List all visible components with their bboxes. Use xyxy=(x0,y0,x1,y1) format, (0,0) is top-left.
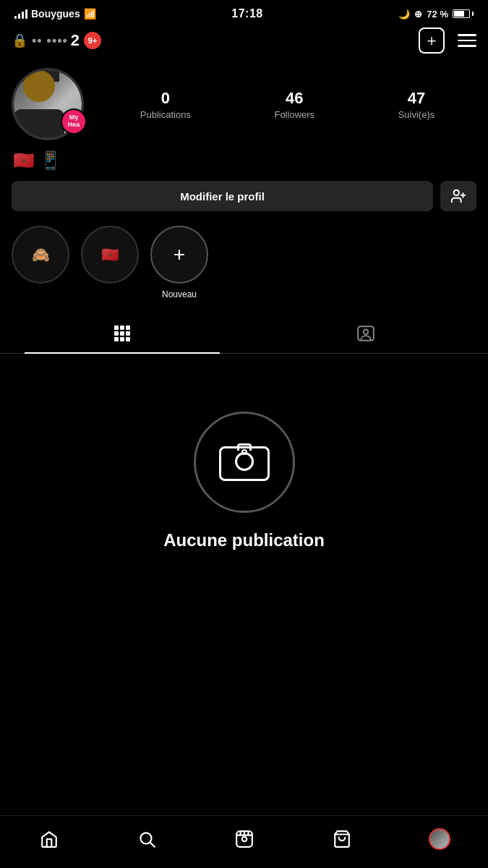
camera-dot xyxy=(241,449,247,455)
svg-line-6 xyxy=(150,843,154,847)
add-person-icon xyxy=(450,188,466,204)
battery-fill xyxy=(454,11,464,17)
wifi-icon: 📶 xyxy=(84,8,96,20)
battery-indicator xyxy=(453,9,474,18)
publications-count: 0 xyxy=(161,89,170,108)
svg-point-0 xyxy=(454,190,459,195)
avatar-body xyxy=(14,109,64,138)
moon-icon: 🌙 xyxy=(398,9,410,20)
stories-row: 🙈 🇲🇦 + Nouveau xyxy=(0,226,488,314)
empty-state: Aucune publication xyxy=(0,354,488,579)
add-friend-button[interactable] xyxy=(440,181,476,211)
signal-bar-2 xyxy=(18,14,20,19)
camera-lens xyxy=(235,452,254,471)
profile-bio-emojis: 🇲🇦 📱 xyxy=(12,150,476,171)
profile-section: MyHea 0 Publications 46 Followers 47 Sui… xyxy=(0,61,488,211)
person-tag-icon xyxy=(356,324,375,343)
story-add-icon: + xyxy=(174,243,185,266)
tabs-bar xyxy=(0,314,488,354)
svg-point-8 xyxy=(241,837,247,842)
followers-count: 46 xyxy=(286,89,303,108)
stats-row: 0 Publications 46 Followers 47 Suivi(e)s xyxy=(98,89,476,120)
story-badge: MyHea xyxy=(61,109,87,135)
svg-rect-3 xyxy=(358,326,374,341)
battery-body xyxy=(453,9,470,18)
edit-profile-button[interactable]: Modifier le profil xyxy=(12,181,433,211)
story-add-new[interactable]: + Nouveau xyxy=(150,226,208,299)
signal-bar-1 xyxy=(14,16,17,19)
plus-icon: ＋ xyxy=(424,30,440,51)
svg-point-4 xyxy=(364,330,369,335)
nav-shop[interactable] xyxy=(324,825,360,854)
heart-text: MyHea xyxy=(68,114,80,129)
stat-following[interactable]: 47 Suivi(e)s xyxy=(398,89,435,120)
home-icon xyxy=(40,830,59,848)
signal-bars xyxy=(14,9,27,19)
shop-icon xyxy=(333,830,351,848)
story-emoji-1: 🙈 xyxy=(32,246,50,263)
camera-outline xyxy=(219,446,270,481)
bottom-nav xyxy=(0,815,488,868)
grid-icon xyxy=(114,326,130,341)
nav-reels[interactable] xyxy=(226,825,262,854)
story-emoji-2: 🇲🇦 xyxy=(101,246,119,263)
top-nav: 🔒 •• •••• 2 9+ ＋ xyxy=(0,25,488,61)
signal-bar-4 xyxy=(25,9,27,19)
story-circle-2[interactable]: 🇲🇦 xyxy=(81,226,139,284)
top-nav-right: ＋ xyxy=(419,27,476,54)
search-icon xyxy=(137,830,156,848)
status-bar: Bouygues 📶 17:18 🌙 ⊕ 72 % xyxy=(0,0,488,25)
nav-home[interactable] xyxy=(31,825,67,854)
lock-icon: 🔒 xyxy=(12,33,27,48)
notification-badge[interactable]: 9+ xyxy=(84,32,101,49)
story-label-new: Nouveau xyxy=(162,289,197,299)
stat-publications[interactable]: 0 Publications xyxy=(140,89,191,120)
avatar-head xyxy=(23,70,55,102)
empty-title: Aucune publication xyxy=(163,530,325,550)
hamburger-line-2 xyxy=(458,40,476,42)
hamburger-line-3 xyxy=(458,45,476,47)
story-circle-1[interactable]: 🙈 xyxy=(12,226,69,284)
battery-percent: 72 % xyxy=(427,9,448,20)
carrier-label: Bouygues xyxy=(31,8,80,20)
reels-icon xyxy=(235,830,254,848)
publications-label: Publications xyxy=(140,109,191,120)
profile-top: MyHea 0 Publications 46 Followers 47 Sui… xyxy=(12,68,476,140)
camera-body xyxy=(219,443,270,481)
camera-circle xyxy=(194,412,295,513)
followers-label: Followers xyxy=(274,109,314,120)
story-item-2[interactable]: 🇲🇦 xyxy=(81,226,139,289)
username-dots: •• •••• xyxy=(32,33,68,48)
menu-button[interactable] xyxy=(458,34,476,47)
nav-profile[interactable] xyxy=(421,825,458,854)
tab-grid[interactable] xyxy=(0,314,244,353)
battery-tip xyxy=(472,12,474,16)
following-count: 47 xyxy=(408,89,425,108)
avatar-container: MyHea xyxy=(12,68,84,140)
following-label: Suivi(e)s xyxy=(398,109,435,120)
tab-tagged[interactable] xyxy=(244,314,489,353)
story-circle-add[interactable]: + xyxy=(150,226,208,284)
stat-followers[interactable]: 46 Followers xyxy=(274,89,314,120)
status-time: 17:18 xyxy=(231,7,262,20)
top-nav-left: 🔒 •• •••• 2 9+ xyxy=(12,31,101,50)
story-item-1[interactable]: 🙈 xyxy=(12,226,69,289)
username-number[interactable]: 2 xyxy=(71,31,80,50)
status-left: Bouygues 📶 xyxy=(14,8,96,20)
username-area: •• •••• 2 xyxy=(32,31,80,50)
location-icon: ⊕ xyxy=(414,9,422,20)
add-post-button[interactable]: ＋ xyxy=(419,27,445,54)
signal-bar-3 xyxy=(22,12,24,19)
hamburger-line-1 xyxy=(458,34,476,36)
profile-avatar-nav[interactable] xyxy=(429,828,450,850)
status-right: 🌙 ⊕ 72 % xyxy=(398,9,474,20)
nav-search[interactable] xyxy=(129,825,165,854)
action-buttons: Modifier le profil xyxy=(12,181,476,211)
